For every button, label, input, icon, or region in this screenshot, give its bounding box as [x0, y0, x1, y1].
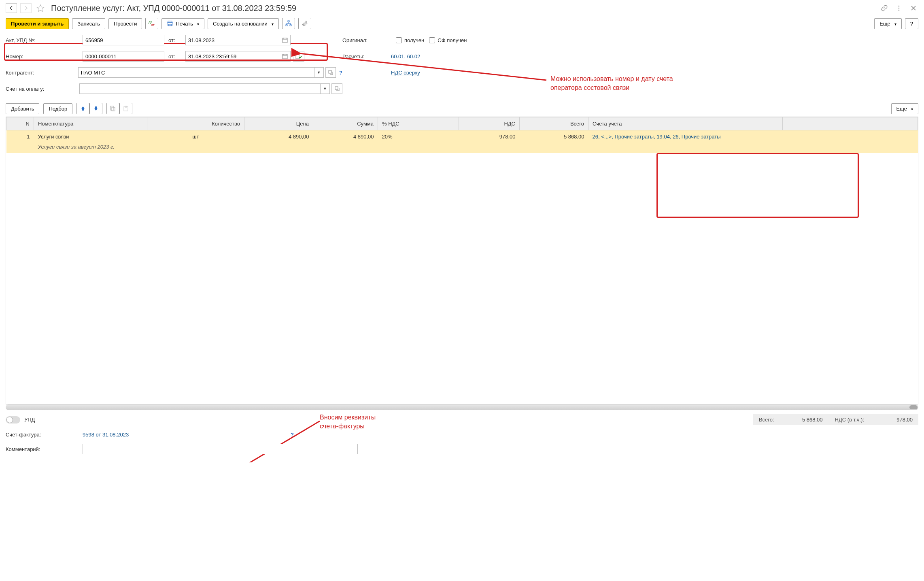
total-label: Всего: — [759, 417, 774, 423]
order-label: Счет на оплату: — [6, 86, 79, 92]
pick-button[interactable]: Подбор — [43, 103, 72, 114]
order-input[interactable] — [79, 83, 321, 94]
add-row-button[interactable]: Добавить — [6, 103, 39, 114]
cell-qty[interactable]: шт — [147, 130, 244, 153]
main-toolbar: Провести и закрыть Записать Провести ДтК… — [0, 16, 924, 32]
upd-label: УПД — [24, 417, 35, 423]
post-flag-icon[interactable] — [293, 51, 304, 62]
col-header-qty[interactable]: Количество — [147, 117, 244, 130]
svg-rect-14 — [329, 70, 331, 73]
cell-price[interactable]: 4 890,00 — [244, 130, 313, 153]
counterparty-dropdown-icon[interactable]: ▼ — [314, 67, 324, 78]
col-header-total[interactable]: Всего — [520, 117, 588, 130]
structure-button[interactable] — [282, 18, 295, 29]
favorite-star-icon[interactable] — [36, 4, 45, 12]
sf-hint-icon[interactable]: ? — [291, 432, 294, 438]
nav-back-button[interactable] — [6, 3, 17, 13]
kebab-menu-icon[interactable] — [894, 3, 904, 13]
create-based-button[interactable]: Создать на основании — [208, 18, 279, 29]
post-and-close-button[interactable]: Провести и закрыть — [6, 18, 69, 29]
sf-received-label: СФ получен — [438, 37, 467, 43]
post-button[interactable]: Провести — [108, 18, 142, 29]
col-header-n[interactable]: N — [6, 117, 34, 130]
col-header-price[interactable]: Цена — [244, 117, 313, 130]
svg-rect-6 — [167, 23, 173, 25]
akt-label: Акт, УПД №: — [6, 37, 83, 43]
svg-rect-13 — [296, 54, 300, 59]
sf-received-checkbox[interactable] — [429, 37, 435, 43]
link-icon[interactable] — [879, 3, 889, 13]
cell-acct[interactable]: 26, <...>, Прочие затраты, 19.04, 26, Пр… — [588, 130, 783, 153]
calendar-icon[interactable] — [279, 35, 291, 45]
received-checkbox[interactable] — [396, 37, 402, 43]
close-icon[interactable] — [909, 3, 918, 13]
vat-total-value: 978,00 — [876, 417, 913, 423]
svg-rect-10 — [290, 25, 291, 26]
footer-area: УПД Всего: 5 868,00 НДС (в т.ч.): 978,00… — [0, 410, 924, 462]
col-header-sum[interactable]: Сумма — [313, 117, 378, 130]
dt-kt-button[interactable]: ДтКт — [145, 18, 158, 29]
horizontal-scrollbar[interactable] — [6, 404, 918, 410]
number-input[interactable] — [83, 51, 164, 62]
svg-rect-5 — [168, 21, 172, 23]
order-dropdown-icon[interactable]: ▼ — [321, 83, 330, 94]
move-down-button[interactable] — [89, 103, 102, 114]
services-table: N Номенклатура Количество Цена Сумма % Н… — [6, 117, 918, 404]
counterparty-open-button[interactable] — [325, 67, 336, 78]
save-button[interactable]: Записать — [72, 18, 105, 29]
cell-vatamt[interactable]: 978,00 — [459, 130, 520, 153]
print-button[interactable]: Печать — [161, 18, 204, 29]
table-more-button[interactable]: Еще — [891, 103, 918, 114]
move-up-button[interactable] — [76, 103, 89, 114]
comment-label: Комментарий: — [6, 446, 83, 452]
akt-date-input[interactable] — [185, 35, 279, 45]
comment-input[interactable] — [83, 444, 358, 454]
svg-rect-15 — [335, 87, 338, 89]
col-header-nom[interactable]: Номенклатура — [34, 117, 147, 130]
more-button-top[interactable]: Еще — [874, 18, 901, 29]
number-from-label: от: — [168, 53, 183, 60]
row-akt: Акт, УПД №: от: Оригинал: получен СФ пол… — [6, 34, 918, 46]
svg-rect-16 — [110, 106, 114, 110]
cell-n[interactable]: 1 — [6, 130, 34, 153]
counterparty-input[interactable] — [78, 67, 314, 78]
paste-icon[interactable] — [119, 103, 132, 114]
svg-rect-12 — [283, 54, 287, 59]
settlements-link[interactable]: 60.01, 60.02 — [391, 53, 420, 60]
copy-icon[interactable] — [106, 103, 119, 114]
vat-mode-link[interactable]: НДС сверху — [391, 70, 420, 76]
row-order: Счет на оплату: ▼ — [6, 83, 918, 95]
help-button[interactable]: ? — [905, 18, 918, 29]
svg-rect-11 — [283, 38, 287, 43]
cell-vat[interactable]: 20% — [378, 130, 459, 153]
upd-toggle[interactable] — [6, 416, 20, 424]
order-open-button[interactable] — [331, 83, 342, 94]
number-date-input[interactable] — [185, 51, 279, 62]
calendar-icon-2[interactable] — [279, 51, 291, 62]
counterparty-hint-icon[interactable]: ? — [339, 70, 342, 76]
col-header-acct[interactable]: Счета учета — [588, 117, 783, 130]
nav-forward-button[interactable] — [20, 3, 32, 13]
cell-sum[interactable]: 4 890,00 — [313, 130, 378, 153]
svg-point-0 — [899, 6, 900, 7]
svg-point-1 — [899, 8, 900, 9]
cell-total[interactable]: 5 868,00 — [520, 130, 588, 153]
akt-number-input[interactable] — [83, 35, 164, 45]
svg-point-2 — [899, 10, 900, 11]
total-value: 5 868,00 — [786, 417, 823, 423]
received-label: получен — [404, 37, 424, 43]
svg-rect-9 — [286, 25, 287, 26]
settlements-label: Расчеты: — [342, 53, 391, 60]
sf-link[interactable]: 9598 от 31.08.2023 — [83, 432, 129, 438]
akt-from-label: от: — [168, 37, 183, 43]
col-header-vat[interactable]: % НДС — [378, 117, 459, 130]
title-bar: Поступление услуг: Акт, УПД 0000-000011 … — [0, 0, 924, 16]
attachment-button[interactable] — [298, 18, 311, 29]
table-empty-area — [6, 153, 918, 404]
footer-totals: Всего: 5 868,00 НДС (в т.ч.): 978,00 — [753, 414, 918, 425]
col-header-extra — [783, 117, 918, 130]
col-header-vatamt[interactable]: НДС — [459, 117, 520, 130]
cell-nom[interactable]: Услуги связи Услуги связи за август 2023… — [34, 130, 147, 153]
table-row[interactable]: 1 Услуги связи Услуги связи за август 20… — [6, 130, 918, 153]
original-label: Оригинал: — [342, 37, 391, 43]
